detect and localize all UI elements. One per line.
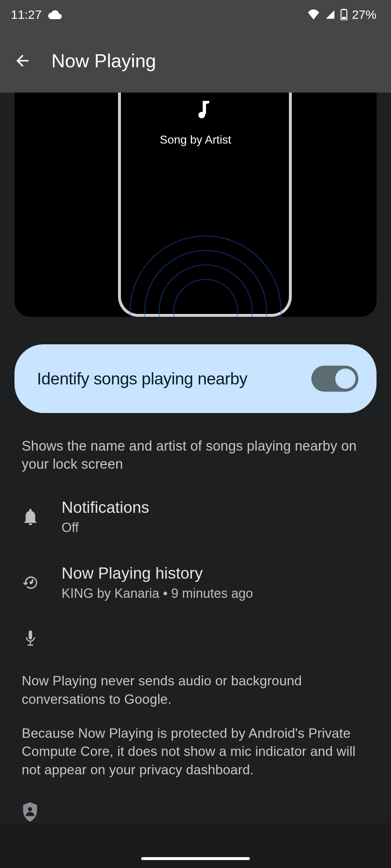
identify-label: Identify songs playing nearby	[37, 369, 247, 388]
notifications-sub: Off	[62, 520, 149, 535]
battery-text: 27%	[352, 8, 377, 22]
identify-description: Shows the name and artist of songs playi…	[22, 437, 369, 473]
signal-icon	[324, 9, 336, 20]
cloud-icon	[48, 10, 62, 19]
mic-row	[0, 629, 391, 647]
privacy-text: Now Playing never sends audio or backgro…	[22, 672, 369, 779]
notifications-title: Notifications	[62, 498, 149, 516]
shield-icon	[22, 817, 38, 823]
nav-handle[interactable]	[141, 857, 250, 860]
hero-song-placeholder: Song by Artist	[14, 133, 377, 146]
status-time: 11:27	[11, 8, 42, 22]
page-title: Now Playing	[51, 50, 156, 72]
svg-point-16	[28, 807, 32, 811]
status-right: 27%	[307, 8, 377, 22]
identify-toggle-row[interactable]: Identify songs playing nearby	[14, 344, 377, 413]
switch-thumb	[335, 369, 356, 389]
privacy-p2: Because Now Playing is protected by Andr…	[22, 724, 369, 779]
svg-rect-12	[32, 579, 33, 583]
notifications-row[interactable]: Notifications Off	[0, 498, 391, 535]
app-bar: Now Playing	[0, 29, 391, 93]
hero-illustration: Song by Artist	[14, 93, 377, 317]
svg-rect-14	[30, 641, 31, 644]
content: Song by Artist Identify songs playing ne…	[0, 93, 391, 823]
svg-rect-2	[342, 17, 346, 20]
history-icon	[22, 574, 39, 591]
history-row[interactable]: Now Playing history KING by Kanaria • 9 …	[0, 564, 391, 601]
identify-switch[interactable]	[311, 366, 358, 392]
back-button[interactable]	[11, 49, 34, 72]
bell-icon	[22, 508, 39, 526]
privacy-p1: Now Playing never sends audio or backgro…	[22, 672, 369, 709]
wifi-icon	[307, 9, 320, 20]
svg-rect-15	[28, 645, 33, 646]
music-note-icon	[197, 101, 210, 120]
history-sub: KING by Kanaria • 9 minutes ago	[62, 586, 253, 601]
shield-row	[0, 802, 391, 823]
history-title: Now Playing history	[62, 564, 253, 582]
svg-rect-13	[29, 630, 32, 639]
svg-rect-1	[343, 9, 345, 10]
mic-icon	[22, 629, 39, 647]
status-bar: 11:27 27%	[0, 0, 391, 29]
battery-icon	[340, 9, 348, 20]
status-left: 11:27	[11, 8, 62, 22]
